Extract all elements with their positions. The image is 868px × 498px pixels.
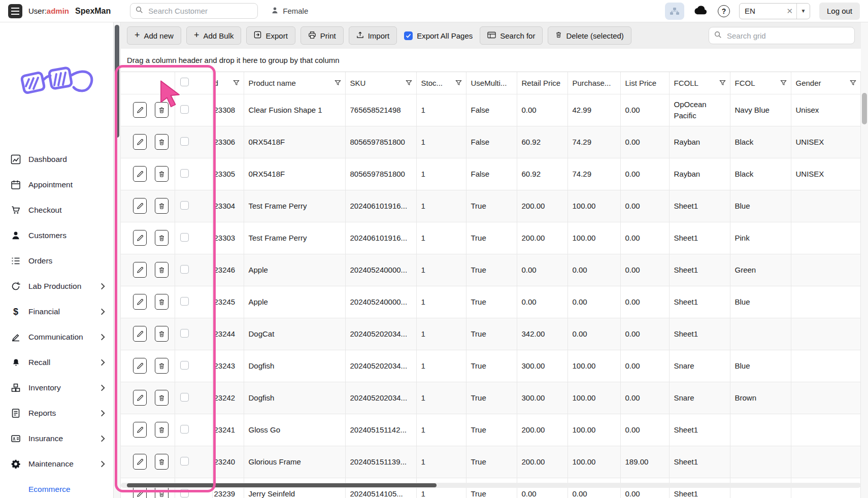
sidebar-item-ecommerce[interactable]: Ecommerce bbox=[0, 477, 113, 498]
edit-row-button[interactable] bbox=[133, 390, 147, 406]
orders-icon bbox=[10, 256, 21, 266]
row-checkbox[interactable] bbox=[180, 201, 189, 210]
delete-row-button[interactable] bbox=[155, 102, 169, 118]
grid-search-input[interactable] bbox=[726, 31, 849, 41]
edit-row-button[interactable] bbox=[133, 134, 147, 150]
edit-row-button[interactable] bbox=[133, 294, 147, 310]
column-header-2[interactable]: SKU bbox=[345, 72, 416, 94]
column-header-8[interactable]: FCOLL bbox=[669, 72, 730, 94]
sidebar-item-lab-production[interactable]: Lab Production bbox=[0, 274, 113, 299]
row-checkbox[interactable] bbox=[180, 137, 189, 146]
filter-icon[interactable] bbox=[719, 80, 726, 86]
edit-row-button[interactable] bbox=[133, 358, 147, 374]
row-checkbox[interactable] bbox=[180, 361, 189, 370]
sidebar-item-orders[interactable]: Orders bbox=[0, 248, 113, 274]
grid-search[interactable] bbox=[709, 27, 855, 44]
language-select[interactable]: EN ✕ ▼ bbox=[739, 3, 810, 19]
delete-row-button[interactable] bbox=[155, 454, 169, 470]
edit-row-button[interactable] bbox=[133, 102, 147, 118]
row-checkbox[interactable] bbox=[180, 169, 189, 178]
sidebar-item-dashboard[interactable]: Dashboard bbox=[0, 147, 113, 172]
filter-icon[interactable] bbox=[850, 80, 856, 86]
clear-language-icon[interactable]: ✕ bbox=[783, 7, 796, 16]
print-button[interactable]: Print bbox=[301, 26, 344, 45]
select-all-checkbox[interactable] bbox=[180, 78, 189, 86]
edit-row-button[interactable] bbox=[133, 262, 147, 278]
help-icon[interactable]: ? bbox=[718, 5, 730, 17]
delete-row-button[interactable] bbox=[155, 198, 169, 214]
edit-row-button[interactable] bbox=[133, 326, 147, 342]
delete-row-button[interactable] bbox=[155, 166, 169, 182]
sidebar-item-inventory[interactable]: Inventory bbox=[0, 375, 113, 401]
row-checkbox[interactable] bbox=[180, 489, 189, 497]
filter-icon[interactable] bbox=[780, 80, 787, 86]
column-header-5[interactable]: Retail Price bbox=[517, 72, 567, 94]
scrollbar-thumb[interactable] bbox=[127, 483, 437, 487]
sidebar-item-maintenance[interactable]: Maintenance bbox=[0, 451, 113, 477]
row-checkbox[interactable] bbox=[180, 233, 189, 242]
column-header-9[interactable]: FCOL bbox=[730, 72, 791, 94]
vertical-scrollbar-left[interactable] bbox=[114, 22, 121, 498]
grid-cell: 1 bbox=[416, 190, 466, 222]
export-all-pages-toggle[interactable]: Export All Pages bbox=[402, 31, 475, 40]
delete-row-button[interactable] bbox=[155, 294, 169, 310]
search-for-button[interactable]: Search for bbox=[480, 26, 543, 45]
column-header-3[interactable]: Stoc... bbox=[416, 72, 466, 94]
import-button[interactable]: Import bbox=[349, 26, 397, 45]
edit-row-button[interactable] bbox=[133, 454, 147, 470]
sidebar-item-checkout[interactable]: Checkout bbox=[0, 197, 113, 223]
org-chart-icon[interactable] bbox=[665, 3, 684, 20]
edit-row-button[interactable] bbox=[133, 422, 147, 438]
add-bulk-button[interactable]: +Add Bulk bbox=[186, 26, 242, 45]
delete-row-button[interactable] bbox=[155, 262, 169, 278]
row-checkbox[interactable] bbox=[180, 105, 189, 114]
delete-selected-button[interactable]: Delete (selected) bbox=[548, 26, 631, 45]
delete-row-button[interactable] bbox=[155, 230, 169, 246]
row-checkbox[interactable] bbox=[180, 425, 189, 434]
filter-icon[interactable] bbox=[335, 80, 341, 86]
column-header-4[interactable]: UseMulti... bbox=[466, 72, 517, 94]
sidebar-item-recall[interactable]: Recall bbox=[0, 350, 113, 375]
row-checkbox[interactable] bbox=[180, 393, 189, 402]
filter-icon[interactable] bbox=[406, 80, 412, 86]
sidebar-item-financial[interactable]: $ Financial bbox=[0, 299, 113, 324]
filter-icon[interactable] bbox=[233, 80, 240, 86]
column-header-1[interactable]: Product name bbox=[244, 72, 345, 94]
row-checkbox[interactable] bbox=[180, 329, 189, 338]
row-checkbox[interactable] bbox=[180, 457, 189, 466]
delete-row-button[interactable] bbox=[155, 422, 169, 438]
horizontal-scrollbar[interactable] bbox=[121, 483, 861, 488]
export-all-pages-checkbox[interactable] bbox=[404, 31, 413, 40]
delete-row-button[interactable] bbox=[155, 358, 169, 374]
customer-search[interactable] bbox=[130, 3, 258, 19]
hamburger-menu-button[interactable] bbox=[8, 4, 22, 18]
chevron-down-icon[interactable]: ▼ bbox=[796, 4, 810, 19]
filter-icon[interactable] bbox=[455, 80, 462, 86]
row-checkbox[interactable] bbox=[180, 265, 189, 274]
column-header-6[interactable]: Purchase... bbox=[567, 72, 620, 94]
sidebar-item-appointment[interactable]: Appointment bbox=[0, 172, 113, 197]
vertical-scrollbar-right[interactable] bbox=[861, 22, 868, 498]
customer-search-input[interactable] bbox=[147, 6, 252, 16]
sidebar-item-insurance[interactable]: Insurance bbox=[0, 426, 113, 451]
edit-row-button[interactable] bbox=[133, 166, 147, 182]
sidebar-item-communication[interactable]: Communication bbox=[0, 324, 113, 350]
edit-row-button[interactable] bbox=[133, 230, 147, 246]
add-new-button[interactable]: +Add new bbox=[127, 26, 181, 45]
column-header-10[interactable]: Gender bbox=[791, 72, 861, 94]
scrollbar-thumb[interactable] bbox=[862, 93, 867, 124]
sidebar-item-label: Reports bbox=[28, 409, 56, 418]
edit-row-button[interactable] bbox=[133, 198, 147, 214]
row-checkbox[interactable] bbox=[180, 297, 189, 306]
column-header-0[interactable]: d bbox=[212, 72, 244, 94]
column-header-7[interactable]: List Price bbox=[620, 72, 669, 94]
delete-row-button[interactable] bbox=[155, 326, 169, 342]
scrollbar-thumb[interactable] bbox=[115, 25, 119, 138]
delete-row-button[interactable] bbox=[155, 134, 169, 150]
logout-button[interactable]: Log out bbox=[819, 3, 860, 20]
cloud-icon[interactable] bbox=[693, 5, 709, 17]
sidebar-item-reports[interactable]: Reports bbox=[0, 401, 113, 426]
delete-row-button[interactable] bbox=[155, 390, 169, 406]
sidebar-item-customers[interactable]: Customers bbox=[0, 223, 113, 248]
export-button[interactable]: Export bbox=[246, 26, 295, 45]
